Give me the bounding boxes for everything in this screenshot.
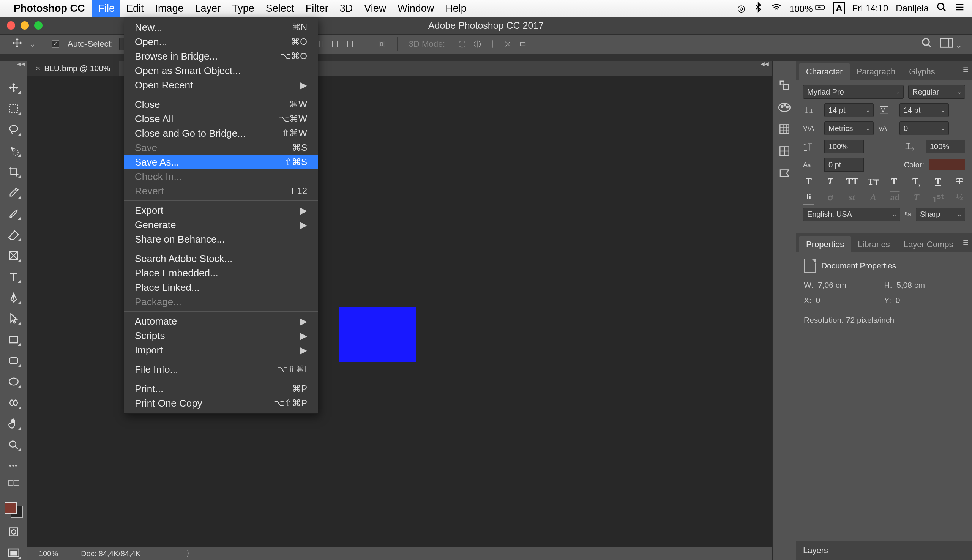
auto-select-checkbox[interactable]	[52, 40, 59, 48]
distribute-btn[interactable]	[343, 38, 357, 50]
hscale-input[interactable]: 100%	[926, 140, 965, 153]
more-tools[interactable]: •••	[6, 458, 22, 473]
layers-panel-tab[interactable]: Layers	[796, 541, 972, 560]
quick-select-tool[interactable]	[6, 143, 22, 158]
stylistic-button[interactable]: st	[846, 192, 857, 205]
doc-size[interactable]: Doc: 84,4K/84,4K	[81, 549, 140, 558]
menu-image[interactable]: Image	[150, 0, 190, 17]
menu-window[interactable]: Window	[392, 0, 440, 17]
bluetooth-icon[interactable]	[753, 2, 764, 15]
menu-item[interactable]: Save As...⇧⌘S	[124, 155, 318, 169]
lasso-tool[interactable]	[6, 123, 22, 137]
menu-select[interactable]: Select	[260, 0, 300, 17]
panel-menu-icon[interactable]: ☰	[963, 66, 968, 73]
antialias-dropdown[interactable]: Sharp⌄	[916, 208, 965, 221]
foreground-color-swatch[interactable]	[5, 502, 17, 514]
cc-icon[interactable]: ◎	[737, 3, 745, 14]
tab-libraries[interactable]: Libraries	[851, 236, 897, 252]
menu-item[interactable]: Print One Copy⌥⇧⌘P	[124, 396, 318, 410]
contextual-alt-button[interactable]: ơ	[825, 192, 836, 205]
search-icon[interactable]	[921, 37, 932, 51]
ordinals-button[interactable]: 1st	[932, 192, 944, 205]
collapse-panels-icon[interactable]: ◀◀	[757, 61, 772, 67]
3d-btn[interactable]	[486, 38, 499, 50]
panel-menu-icon[interactable]: ☰	[963, 239, 968, 246]
subscript-button[interactable]: T₁	[911, 176, 922, 188]
rounded-rect-tool[interactable]	[6, 353, 22, 368]
kerning-dropdown[interactable]: Metrics⌄	[824, 122, 874, 135]
battery-status[interactable]: 100%	[789, 2, 826, 15]
italic-button[interactable]: T	[825, 176, 836, 188]
zoom-level[interactable]: 100%	[39, 549, 58, 558]
color-panel-icon[interactable]	[779, 103, 790, 114]
titling-button[interactable]: T	[911, 192, 922, 205]
menu-item[interactable]: Browse in Bridge...⌥⌘O	[124, 49, 318, 63]
brushes-panel-icon[interactable]	[779, 146, 790, 158]
menu-item[interactable]: Open Recent▶	[124, 78, 318, 92]
tab-properties[interactable]: Properties	[799, 236, 851, 252]
input-source-icon[interactable]: A	[834, 2, 844, 15]
menu-item[interactable]: New...⌘N	[124, 20, 318, 35]
menu-item[interactable]: Print...⌘P	[124, 382, 318, 396]
move-tool[interactable]	[6, 80, 22, 95]
menu-view[interactable]: View	[358, 0, 392, 17]
screen-mode-icon[interactable]	[6, 546, 22, 560]
hand-tool[interactable]	[6, 417, 22, 431]
smallcaps-button[interactable]: Tᴛ	[868, 176, 879, 188]
distribute-spacing-btn[interactable]	[375, 38, 388, 50]
marquee-tool[interactable]	[6, 102, 22, 115]
history-panel-icon[interactable]	[779, 80, 790, 93]
workspace-switcher-icon[interactable]: ⌄	[940, 38, 962, 50]
strikethrough-button[interactable]: T	[954, 176, 965, 188]
swatches-panel-icon[interactable]	[779, 124, 790, 136]
eyedropper-tool[interactable]	[6, 186, 22, 200]
menu-item[interactable]: Close All⌥⌘W	[124, 112, 318, 126]
distribute-btn[interactable]	[328, 38, 341, 50]
ligatures-button[interactable]: fi	[803, 192, 814, 205]
bold-button[interactable]: T	[803, 176, 814, 188]
close-tab-icon[interactable]: ×	[36, 64, 40, 73]
menu-item[interactable]: Open...⌘O	[124, 35, 318, 49]
type-tool[interactable]	[6, 270, 22, 283]
menu-item[interactable]: Close⌘W	[124, 97, 318, 112]
baseline-input[interactable]: 0 pt	[824, 158, 864, 172]
menu-file[interactable]: File	[92, 0, 120, 17]
discretionary-button[interactable]: ad	[889, 192, 900, 205]
pen-tool[interactable]	[6, 290, 22, 305]
rectangle-tool[interactable]	[6, 333, 22, 347]
font-size-dropdown[interactable]: 14 pt⌄	[824, 103, 874, 117]
app-name[interactable]: Photoshop CC	[14, 3, 85, 15]
user-name[interactable]: Danijela	[896, 3, 929, 14]
zoom-tool[interactable]	[6, 438, 22, 452]
collapse-icon[interactable]: ◀◀	[17, 61, 25, 67]
menu-item[interactable]: Search Adobe Stock...	[124, 251, 318, 266]
underline-button[interactable]: T	[932, 176, 944, 188]
swash-button[interactable]: A	[868, 192, 879, 205]
leading-dropdown[interactable]: 14 pt⌄	[899, 103, 949, 117]
menu-layer[interactable]: Layer	[190, 0, 227, 17]
superscript-button[interactable]: T¹	[889, 176, 900, 188]
tab-glyphs[interactable]: Glyphs	[902, 63, 942, 80]
menu-icon[interactable]	[955, 2, 965, 15]
font-style-dropdown[interactable]: Regular⌄	[908, 85, 965, 99]
menu-item[interactable]: File Info...⌥⇧⌘I	[124, 362, 318, 377]
menu-item[interactable]: Place Linked...	[124, 280, 318, 295]
color-swatches[interactable]	[5, 502, 23, 518]
language-dropdown[interactable]: English: USA⌄	[803, 208, 900, 221]
text-color-swatch[interactable]	[929, 159, 965, 170]
edit-toolbar-icon[interactable]	[8, 480, 19, 487]
wifi-icon[interactable]	[771, 2, 782, 15]
brush-tool[interactable]	[6, 207, 22, 221]
gradient-tool[interactable]	[6, 249, 22, 263]
crop-tool[interactable]	[6, 164, 22, 178]
spotlight-icon[interactable]	[936, 2, 947, 15]
menu-item[interactable]: Export▶	[124, 203, 318, 218]
menu-filter[interactable]: Filter	[300, 0, 334, 17]
3d-btn[interactable]	[471, 38, 484, 50]
custom-shape-tool[interactable]	[6, 396, 22, 410]
menu-edit[interactable]: Edit	[120, 0, 150, 17]
document-tab[interactable]: × BLU.bmp @ 100%	[27, 61, 119, 76]
menu-item[interactable]: Scripts▶	[124, 328, 318, 343]
font-family-dropdown[interactable]: Myriad Pro⌄	[803, 85, 904, 99]
menu-help[interactable]: Help	[440, 0, 472, 17]
